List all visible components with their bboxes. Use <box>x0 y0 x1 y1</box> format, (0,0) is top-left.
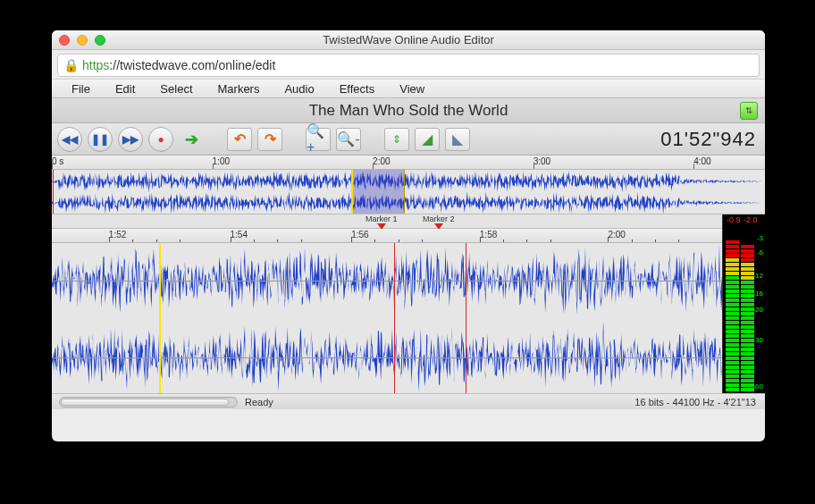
record-icon: ● <box>157 133 164 146</box>
menu-audio[interactable]: Audio <box>272 82 326 96</box>
marker-line[interactable] <box>394 243 395 393</box>
zoom-in-button[interactable]: 🔍+ <box>306 128 331 151</box>
overview-start-marker <box>53 170 54 214</box>
zoom-out-button[interactable]: 🔍- <box>336 128 361 151</box>
rewind-button[interactable]: ◀◀ <box>57 127 82 152</box>
meter-bar-left <box>726 239 739 391</box>
normalize-icon: ⇕ <box>392 133 401 146</box>
connection-icon[interactable]: ⇅ <box>740 102 758 120</box>
overview-ruler[interactable]: 0 s1:002:003:004:00 <box>52 155 765 170</box>
marker[interactable]: Marker 1 <box>365 214 398 230</box>
overview-selection[interactable] <box>351 170 405 214</box>
record-button[interactable]: ● <box>148 127 173 152</box>
undo-button[interactable]: ↶ <box>227 128 252 151</box>
forward-icon: ▶▶ <box>122 133 139 146</box>
zoom-in-icon: 🔍+ <box>307 122 330 155</box>
app-window: TwistedWave Online Audio Editor 🔒 https:… <box>52 30 765 441</box>
status-info: 16 bits - 44100 Hz - 4'21"13 <box>634 397 756 407</box>
menu-file[interactable]: File <box>59 82 103 96</box>
detail-waveform[interactable] <box>52 243 765 393</box>
lock-icon: 🔒 <box>63 58 79 72</box>
selection-left-handle[interactable] <box>351 170 353 214</box>
overview-waveform[interactable] <box>52 170 765 214</box>
detail-ruler[interactable]: 1:521:541:561:582:002:02 <box>52 229 765 243</box>
fade-in-button[interactable]: ◢ <box>415 128 440 151</box>
menu-edit[interactable]: Edit <box>103 82 147 96</box>
meter-peak-left: -0.9 <box>727 215 741 224</box>
time-display: 01'52"942 <box>660 128 756 151</box>
overview-channel-left <box>52 171 765 192</box>
level-meter: -0.9 -2.0 -3-6-12-16-20-30-60 <box>722 214 765 393</box>
pause-icon: ❚❚ <box>91 133 109 146</box>
meter-scale: -3-6-12-16-20-30-60 <box>751 214 764 393</box>
menu-view[interactable]: View <box>387 82 437 96</box>
wave-column: Marker 1Marker 2 1:521:541:561:582:002:0… <box>52 214 765 393</box>
url-path: ://twistedwave.com/online/edit <box>109 58 275 72</box>
url-protocol: https <box>82 58 109 72</box>
main-area: Marker 1Marker 2 1:521:541:561:582:002:0… <box>52 214 765 393</box>
pause-button[interactable]: ❚❚ <box>88 127 113 152</box>
overview-channel-right <box>52 192 765 214</box>
document-title: The Man Who Sold the World <box>309 102 508 120</box>
menu-effects[interactable]: Effects <box>327 82 388 96</box>
fade-out-icon: ◣ <box>452 130 463 147</box>
scrollbar-thumb[interactable] <box>61 399 229 406</box>
redo-icon: ↷ <box>265 130 276 147</box>
normalize-button[interactable]: ⇕ <box>384 128 409 151</box>
fade-out-button[interactable]: ◣ <box>445 128 470 151</box>
arrow-go-icon: ➔ <box>185 130 198 149</box>
marker[interactable]: Marker 2 <box>423 214 455 230</box>
document-header: The Man Who Sold the World ⇅ <box>52 98 765 123</box>
status-bar: Ready 16 bits - 44100 Hz - 4'21"13 <box>52 393 765 409</box>
fade-in-icon: ◢ <box>422 130 433 147</box>
marker-line[interactable] <box>466 243 466 393</box>
menu-select[interactable]: Select <box>147 82 205 96</box>
forward-button[interactable]: ▶▶ <box>118 127 143 152</box>
menubar: File Edit Select Markers Audio Effects V… <box>52 79 765 98</box>
go-button[interactable]: ➔ <box>179 127 204 152</box>
toolbar: ◀◀ ❚❚ ▶▶ ● ➔ ↶ ↷ 🔍+ 🔍- ⇕ ◢ ◣ 01'52"942 <box>52 123 765 155</box>
window-title: TwistedWave Online Audio Editor <box>52 33 765 46</box>
marker-lane[interactable]: Marker 1Marker 2 <box>52 214 765 229</box>
rewind-icon: ◀◀ <box>62 133 78 146</box>
status-ready: Ready <box>245 397 273 407</box>
url-bar[interactable]: 🔒 https://twistedwave.com/online/edit <box>57 54 760 77</box>
redo-button[interactable]: ↷ <box>257 128 282 151</box>
undo-icon: ↶ <box>234 130 246 147</box>
playback-cursor[interactable] <box>159 243 161 393</box>
titlebar: TwistedWave Online Audio Editor <box>52 30 765 50</box>
horizontal-scrollbar[interactable] <box>59 397 238 407</box>
menu-markers[interactable]: Markers <box>206 82 273 96</box>
zoom-out-icon: 🔍- <box>337 130 359 147</box>
